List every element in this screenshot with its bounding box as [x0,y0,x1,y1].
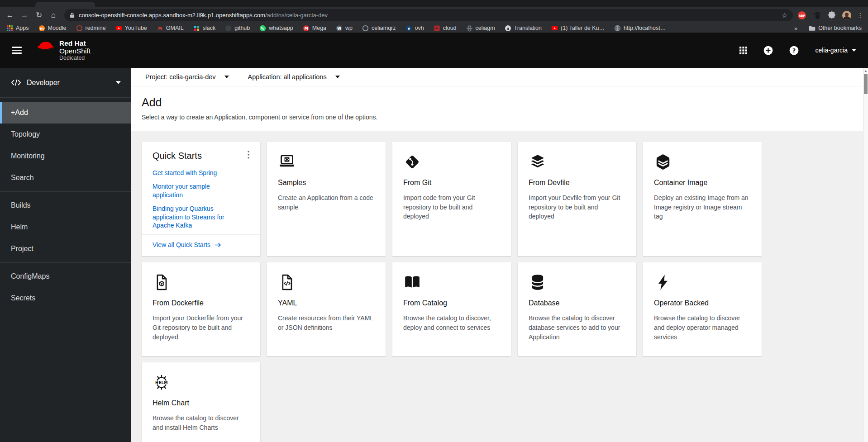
perspective-switcher[interactable]: Developer [0,68,131,98]
other-bookmarks-button[interactable]: Other bookmarks [809,25,862,32]
bookmark-wp[interactable]: Wwp [336,25,353,32]
bookmark-star-icon[interactable]: ☆ [782,12,787,19]
adblock-extension-icon[interactable]: ABP [797,11,806,20]
card-operator-backed[interactable]: Operator BackedBrowse the catalog to dis… [643,262,762,356]
bookmark-moodle[interactable]: mMoodle [38,25,67,32]
page-header: Add Select a way to create an Applicatio… [131,86,868,131]
sidebar-item-secrets[interactable]: Secrets [0,287,131,309]
sidebar-item-add[interactable]: +Add [0,102,131,124]
card-container-image[interactable]: Container ImageDeploy an existing Image … [643,142,762,256]
reload-icon[interactable]: ↻ [32,7,46,24]
file-code-icon [278,273,375,291]
quick-start-link-binding-your-quarkus-application-to-streams-for-apache-kafka[interactable]: Binding your Quarkus application to Stre… [153,204,242,230]
bookmark-gmail[interactable]: MGMAIL [157,25,184,32]
bookmark-celiagm[interactable]: celiagm [466,25,495,32]
apps-grid-icon [6,25,13,32]
card-database[interactable]: DatabaseBrowse the catalog to discover d… [518,262,636,356]
bookmark-1-taller-de-ku[interactable]: (1) Taller de Ku… [551,25,605,32]
card-from-catalog[interactable]: From CatalogBrowse the catalog to discov… [392,262,511,356]
bookmark-label: Apps [16,25,29,31]
git-icon [403,153,500,171]
browser-active-tab[interactable] [35,2,95,7]
bookmark-label: Mega [312,25,326,31]
card-yaml[interactable]: YAMLCreate resources from their YAML or … [267,262,386,356]
bookmark-slack[interactable]: slack [193,25,215,32]
scrollbar-up-arrow[interactable]: ▲ [863,68,868,73]
sidebar-item-monitoring[interactable]: Monitoring [0,145,131,167]
bookmark-label: cloud [443,25,457,31]
card-from-git[interactable]: From GitImport code from your Git reposi… [392,142,511,256]
app-launcher-grid-icon[interactable] [739,47,747,54]
user-menu[interactable]: celia-garcia [815,47,856,54]
gnome-extension-icon[interactable] [812,11,821,20]
bookmark-mega[interactable]: MMega [303,25,326,32]
bookmarks-overflow-chevron[interactable]: » [794,25,797,32]
scrollbar-thumb[interactable] [864,74,868,94]
bookmark-label: redmine [86,25,106,31]
back-icon[interactable]: ← [3,7,17,24]
card-description: Deploy an existing Image from an Image r… [654,193,751,221]
card-samples[interactable]: SamplesCreate an Application from a code… [267,142,386,256]
bookmark-http-localhost[interactable]: http://localhost… [614,25,666,32]
svg-text:m: m [40,26,44,30]
bookmark-label: (1) Taller de Ku… [561,25,605,31]
bookmark-celiamqrz[interactable]: celiamqrz [362,25,396,32]
bookmark-translation[interactable]: aTranslation [505,25,542,32]
scrollbar-track[interactable]: ▲ [863,68,868,442]
context-bar: Project: celia-garcia-dev Application: a… [131,68,868,86]
ovh-favicon: v [405,25,412,32]
svg-text:M: M [158,26,162,30]
sidebar-item-builds[interactable]: Builds [0,195,131,216]
bookmark-apps[interactable]: Apps [6,25,29,32]
bookmark-whatsapp[interactable]: whatsapp [259,25,293,32]
hamburger-menu-icon[interactable] [12,45,22,56]
project-dropdown[interactable]: Project: celia-garcia-dev [145,73,229,81]
card-from-dockerfile[interactable]: From DockerfileImport your Dockerfile fr… [142,262,260,356]
bookmark-ovh[interactable]: vovh [405,25,424,32]
card-from-devfile[interactable]: From DevfileImport your Devfile from you… [518,142,636,256]
bookmark-youtube[interactable]: YouTube [115,25,147,32]
bookmark-label: whatsapp [269,25,293,31]
card-description: Create an Application from a code sample [278,193,375,212]
quick-starts-card[interactable]: Quick Starts Get started with SpringMoni… [142,142,260,256]
layers-icon [529,153,625,171]
url-text: console-openshift-console.apps.sandbox-m… [79,12,328,19]
profile-avatar[interactable] [842,11,851,20]
sidebar-item-topology[interactable]: Topology [0,124,131,145]
address-bar[interactable]: console-openshift-console.apps.sandbox-m… [64,9,793,21]
view-all-quick-starts-link[interactable]: View all Quick Starts [153,241,221,248]
clock-favicon [362,25,369,32]
bookmark-label: celiagm [476,25,495,31]
bookmark-github[interactable]: github [225,25,250,32]
forward-icon[interactable]: → [17,7,32,24]
card-description: Create resources from their YAML or JSON… [278,314,375,332]
kebab-menu-icon[interactable] [248,151,249,159]
help-icon[interactable]: ? [789,46,799,55]
bookmark-redmine[interactable]: redmine [76,25,106,32]
quick-start-link-get-started-with-spring[interactable]: Get started with Spring [153,169,242,177]
nav-divider [0,191,131,192]
card-title: Database [529,299,625,307]
extensions-puzzle-icon[interactable] [827,11,836,20]
card-title: Container Image [654,179,751,187]
bookmark-label: YouTube [125,25,147,31]
sidebar-item-search[interactable]: Search [0,167,131,189]
laptop-code-icon [278,153,375,171]
sidebar-item-helm[interactable]: Helm [0,216,131,238]
file-cube-icon [153,273,249,291]
svg-text:v: v [407,26,410,30]
globe-dark-favicon [466,25,473,32]
card-helm-chart[interactable]: HELMHelm ChartBrowse the catalog to disc… [142,362,260,442]
add-circle-icon[interactable] [763,46,773,55]
home-icon[interactable]: ⌂ [46,7,61,24]
sidebar-item-project[interactable]: Project [0,238,131,260]
application-dropdown[interactable]: Application: all applications [248,73,340,81]
quick-start-link-monitor-your-sample-application[interactable]: Monitor your sample application [153,182,242,200]
card-title: Helm Chart [153,399,249,407]
page-title: Add [142,96,857,109]
bolt-icon [654,273,751,291]
card-description: Browse the catalog to discover, deploy a… [403,314,500,332]
bookmark-cloud[interactable]: cloud [434,25,457,32]
browser-menu-icon[interactable]: ⋮ [857,12,863,19]
sidebar-item-configmaps[interactable]: ConfigMaps [0,266,131,287]
